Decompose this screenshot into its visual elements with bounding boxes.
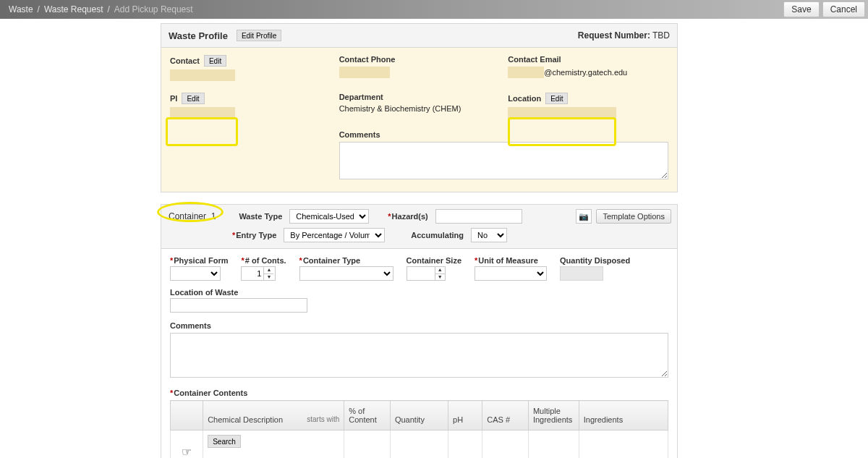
num-conts-input[interactable] <box>242 267 263 280</box>
location-of-waste-input[interactable] <box>170 298 307 313</box>
uom-label: *Unit of Measure <box>475 256 547 265</box>
container-bar: Container 1 Waste Type Chemicals-Used *H… <box>161 204 678 249</box>
container-title-label: Container <box>169 211 206 221</box>
department-label: Department <box>339 93 383 101</box>
contact-phone-label: Contact Phone <box>339 55 396 64</box>
row-handle[interactable]: ☞ <box>171 431 203 459</box>
edit-profile-button[interactable]: Edit Profile <box>237 30 281 41</box>
breadcrumb: Waste / Waste Request / Add Pickup Reque… <box>9 4 193 14</box>
cell-multi[interactable] <box>528 431 579 459</box>
location-of-waste-label: Location of Waste <box>170 288 307 297</box>
field-profile-comments: Comments <box>339 130 668 182</box>
contact-phone-value-masked <box>339 67 390 78</box>
container-size-label: Container Size <box>407 256 461 265</box>
breadcrumb-waste[interactable]: Waste <box>9 4 33 14</box>
num-conts-label: *# of Conts. <box>241 256 286 265</box>
top-bar: Waste / Waste Request / Add Pickup Reque… <box>0 0 868 19</box>
contact-email-label: Contact Email <box>508 55 561 64</box>
container-type-label: *Container Type <box>299 256 393 265</box>
th-thumb <box>171 401 203 431</box>
container-size-input[interactable] <box>407 266 435 281</box>
request-number-label: Request Number: <box>578 30 650 41</box>
physical-form-label: *Physical Form <box>170 256 228 265</box>
contact-email-domain: @chemistry.gatech.edu <box>544 68 627 77</box>
field-pi: PI Edit <box>170 93 331 119</box>
cell-cas[interactable] <box>482 431 529 459</box>
location-value-masked <box>508 107 616 119</box>
th-ingredients[interactable]: Ingredients <box>579 401 668 431</box>
request-number-value: TBD <box>652 30 670 41</box>
accumulating-label: Accumulating <box>411 231 464 239</box>
pi-value-masked <box>170 107 235 119</box>
container-contents-label: *Container Contents <box>170 389 668 397</box>
field-location: Location Edit <box>508 93 668 119</box>
search-chem-button[interactable]: Search <box>208 435 241 448</box>
template-options-button[interactable]: Template Options <box>596 209 671 224</box>
department-value: Chemistry & Biochemistry (CHEM) <box>339 104 500 113</box>
spinner-up[interactable]: ▲ <box>264 267 273 274</box>
hazards-input[interactable] <box>435 209 522 224</box>
location-label: Location <box>508 94 541 103</box>
pi-label: PI <box>170 94 177 103</box>
request-number: Request Number: TBD <box>578 30 670 41</box>
waste-type-label: Waste Type <box>239 212 282 221</box>
hand-icon: ☞ <box>182 446 192 458</box>
th-ph[interactable]: pH <box>448 401 482 431</box>
uom-select[interactable] <box>475 266 547 281</box>
container-details: *Physical Form *# of Conts. ▲▼ *Containe… <box>161 249 678 458</box>
container-title: Container 1 <box>167 210 220 223</box>
profile-comments-input[interactable] <box>339 142 668 179</box>
th-qty[interactable]: Quantity <box>390 401 448 431</box>
contact-email-user-masked <box>508 67 544 78</box>
num-conts-spinner[interactable]: ▲▼ <box>241 266 276 281</box>
size-down[interactable]: ▼ <box>435 274 445 281</box>
save-button[interactable]: Save <box>783 1 819 17</box>
container-title-num: 1 <box>211 211 216 221</box>
waste-profile-body: Contact Edit Contact Phone Contact Email… <box>161 48 678 192</box>
top-actions: Save Cancel <box>783 0 868 19</box>
edit-contact-button[interactable]: Edit <box>204 55 226 67</box>
waste-profile-title: Waste Profile <box>169 30 228 41</box>
physical-form-select[interactable] <box>170 266 221 281</box>
edit-pi-button[interactable]: Edit <box>182 93 204 104</box>
camera-button[interactable]: 📷 <box>576 209 592 224</box>
hazards-label: *Hazard(s) <box>388 212 427 221</box>
contents-table: Chemical Description starts with % of Co… <box>170 400 668 458</box>
field-contact-email: Contact Email @chemistry.gatech.edu <box>508 55 668 81</box>
contact-label: Contact <box>170 56 200 65</box>
highlight-pi <box>166 117 238 146</box>
th-pct[interactable]: % of Content <box>344 401 391 431</box>
size-up[interactable]: ▲ <box>435 267 445 274</box>
cancel-button[interactable]: Cancel <box>822 1 865 17</box>
th-multi[interactable]: Multiple Ingredients <box>528 401 579 431</box>
spinner-down[interactable]: ▼ <box>264 274 273 281</box>
breadcrumb-current: Add Pickup Request <box>114 4 193 14</box>
contact-value-masked <box>170 69 235 81</box>
table-header-row: Chemical Description starts with % of Co… <box>171 401 668 431</box>
field-contact: Contact Edit <box>170 55 331 81</box>
edit-location-button[interactable]: Edit <box>545 93 568 104</box>
field-contact-phone: Contact Phone <box>339 55 500 81</box>
cell-ph[interactable] <box>448 431 482 459</box>
qty-disposed-value <box>560 266 603 281</box>
camera-icon: 📷 <box>579 212 589 221</box>
starts-with-hint: starts with <box>307 415 339 423</box>
th-cas[interactable]: CAS # <box>482 401 529 431</box>
breadcrumb-sep: / <box>108 4 110 14</box>
cell-pct[interactable] <box>344 431 391 459</box>
profile-comments-label: Comments <box>339 130 380 139</box>
waste-profile-header: Waste Profile Edit Profile Request Numbe… <box>161 23 678 48</box>
accumulating-select[interactable]: No <box>471 228 507 242</box>
cell-ingredients[interactable] <box>579 431 668 459</box>
breadcrumb-sep: / <box>38 4 40 14</box>
breadcrumb-waste-request[interactable]: Waste Request <box>44 4 103 14</box>
cell-chem-desc[interactable]: Search <box>203 431 344 459</box>
waste-type-select[interactable]: Chemicals-Used <box>289 209 369 224</box>
entry-type-select[interactable]: By Percentage / Volume <box>284 228 385 242</box>
th-chem-desc[interactable]: Chemical Description starts with <box>203 401 344 431</box>
container-type-select[interactable] <box>299 266 393 281</box>
cell-qty[interactable] <box>390 431 448 459</box>
entry-type-label: *Entry Type <box>232 231 276 239</box>
field-department: Department Chemistry & Biochemistry (CHE… <box>339 93 500 119</box>
details-comments-input[interactable] <box>170 333 668 378</box>
